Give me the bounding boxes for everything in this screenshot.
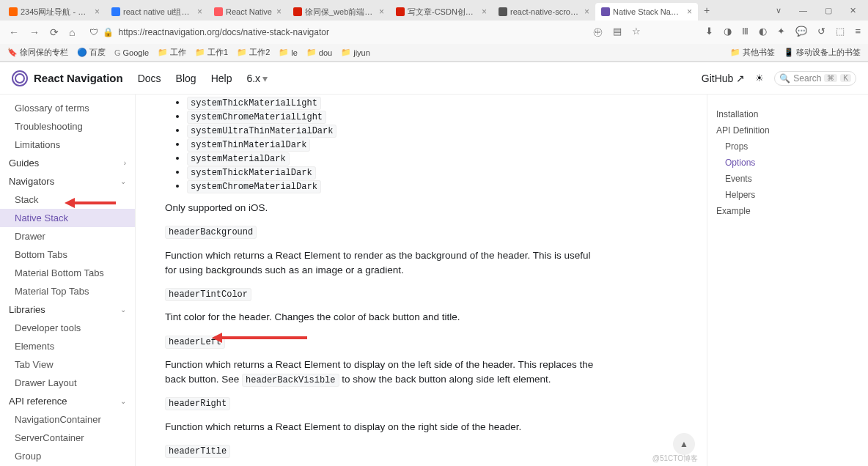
sidebar-item[interactable]: Glossary of terms <box>0 99 135 117</box>
reload-button[interactable]: ⟳ <box>48 26 60 38</box>
bookmark-item[interactable]: 📁jiyun <box>341 48 370 57</box>
close-window-button[interactable]: ✕ <box>841 6 865 15</box>
minimize-button[interactable]: — <box>790 6 816 15</box>
sidebar-guides[interactable]: Guides› <box>0 154 135 172</box>
home-button[interactable]: ⌂ <box>67 26 76 38</box>
tab-close-icon[interactable]: × <box>95 7 100 17</box>
browser-tab[interactable]: react native ui组件库_百度搜索× <box>106 3 208 21</box>
sidebar-item[interactable]: Developer tools <box>0 319 135 337</box>
sidebar-item[interactable]: Tab View <box>0 355 135 374</box>
nav-docs[interactable]: Docs <box>138 73 161 84</box>
tab-close-icon[interactable]: × <box>687 7 692 17</box>
sidebar-item-label: Libraries <box>9 304 45 315</box>
tab-close-icon[interactable]: × <box>482 7 487 17</box>
sidebar-item[interactable]: Group <box>0 447 135 465</box>
sidebar-item[interactable]: NavigationContainer <box>0 410 135 429</box>
browser-tab[interactable]: 徐同保_web前端_前端技术分享× <box>287 3 390 21</box>
library-icon[interactable]: Ⅲ <box>742 26 749 39</box>
tab-list-button[interactable]: ∨ <box>767 6 790 15</box>
logo-icon[interactable] <box>12 70 28 86</box>
tab-close-icon[interactable]: × <box>584 7 589 17</box>
browser-tab[interactable]: React Native× <box>208 3 287 21</box>
version-dropdown[interactable]: 6.x▾ <box>246 73 268 84</box>
sidebar-item[interactable]: Limitations <box>0 136 135 154</box>
toc-item[interactable]: Helpers <box>716 187 859 203</box>
bookmark-icon: G <box>114 48 121 57</box>
sidebar: Glossary of termsTroubleshootingLimitati… <box>0 95 136 466</box>
browser-tab[interactable]: 写文章-CSDN创作中心× <box>390 3 493 21</box>
bookmark-item[interactable]: 📁dou <box>306 48 332 57</box>
search-input[interactable]: 🔍 Search ⌘ K <box>774 71 856 86</box>
sidebar-item[interactable]: Troubleshooting <box>0 117 135 136</box>
ext3-icon[interactable]: 💬 <box>795 26 807 39</box>
back-button[interactable]: ← <box>7 26 21 38</box>
sidebar-navigators[interactable]: Navigators⌄ <box>0 172 135 191</box>
sidebar-item-label: NavigationContainer <box>15 414 101 425</box>
sidebar-item-stack[interactable]: Stack <box>0 191 135 209</box>
sidebar-item-label: API reference <box>9 396 67 407</box>
browser-tab[interactable]: 2345网址导航 - 开创中国百年品质× <box>3 3 106 21</box>
tab-close-icon[interactable]: × <box>379 7 384 17</box>
content-area: systemThickMaterialLightsystemChromeMate… <box>136 95 707 466</box>
headerLeft-desc: Function which returns a React Element t… <box>165 358 605 388</box>
toc-item[interactable]: Installation <box>716 106 859 122</box>
sidebar-libraries[interactable]: Libraries⌄ <box>0 300 135 319</box>
menu-icon[interactable]: ≡ <box>855 26 861 39</box>
sidebar-item-material-bottom-tabs[interactable]: Material Bottom Tabs <box>0 264 135 282</box>
tab-favicon <box>9 7 18 16</box>
browser-tab[interactable]: Native Stack Navigator | Rea× <box>595 3 698 21</box>
ext5-icon[interactable]: ⬚ <box>836 26 845 39</box>
list-item: systemUltraThinMaterialDark <box>187 125 605 136</box>
ext4-icon[interactable]: ↺ <box>817 26 825 39</box>
scroll-top-button[interactable]: ▲ <box>673 433 695 455</box>
theme-toggle[interactable]: ☀ <box>755 73 764 84</box>
translate-icon[interactable]: ㊥ <box>593 26 603 39</box>
sidebar-api[interactable]: API reference⌄ <box>0 392 135 410</box>
bookmark-item[interactable]: GGoogle <box>114 48 149 57</box>
toc-item[interactable]: Example <box>716 203 859 219</box>
ext2-icon[interactable]: ✦ <box>777 26 785 39</box>
ext1-icon[interactable]: ◐ <box>759 26 767 39</box>
bookmark-item[interactable]: 📁工作 <box>158 47 186 58</box>
chevron-right-icon: › <box>124 159 126 167</box>
bookmark-item[interactable]: 🔖徐同保的专栏 <box>7 47 68 58</box>
reader-icon[interactable]: ▤ <box>613 26 622 39</box>
sidebar-item[interactable]: Elements <box>0 337 135 355</box>
toc-item[interactable]: Events <box>716 171 859 187</box>
heading-headerTitle: headerTitle <box>165 445 230 458</box>
bookmark-item[interactable]: 📁其他书签 <box>730 47 775 58</box>
sidebar-item-label: Tab View <box>15 359 54 370</box>
material-code: systemChromeMaterialLight <box>187 111 326 124</box>
new-tab-button[interactable]: + <box>698 4 716 16</box>
maximize-button[interactable]: ▢ <box>816 6 841 15</box>
bookmark-item[interactable]: 📁工作2 <box>237 47 270 58</box>
bookmark-item[interactable]: 📁工作1 <box>195 47 228 58</box>
tab-close-icon[interactable]: × <box>276 7 282 17</box>
bookmark-item[interactable]: 📁le <box>279 48 298 57</box>
sidebar-item-bottom-tabs[interactable]: Bottom Tabs <box>0 245 135 264</box>
bookmark-label: 百度 <box>89 47 106 58</box>
brand-title[interactable]: React Navigation <box>34 72 123 84</box>
toc-item[interactable]: Options <box>716 155 859 171</box>
tab-close-icon[interactable]: × <box>197 7 202 17</box>
sidebar-item-drawer[interactable]: Drawer <box>0 227 135 245</box>
toc-item[interactable]: Props <box>716 138 859 155</box>
tab-bar: 2345网址导航 - 开创中国百年品质×react native ui组件库_百… <box>0 0 868 21</box>
account-icon[interactable]: ◑ <box>724 26 732 39</box>
url-box[interactable]: 🛡 🔒 https://reactnavigation.org/docs/nat… <box>84 23 334 41</box>
sidebar-item-material-top-tabs[interactable]: Material Top Tabs <box>0 282 135 300</box>
bookmark-item[interactable]: 📱移动设备上的书签 <box>784 47 861 58</box>
star-icon[interactable]: ☆ <box>632 26 641 39</box>
download-icon[interactable]: ⬇ <box>705 26 713 39</box>
toc-item[interactable]: API Definition <box>716 122 859 138</box>
sidebar-item[interactable]: Drawer Layout <box>0 374 135 392</box>
bookmark-item[interactable]: 🔵百度 <box>77 47 106 58</box>
sidebar-item[interactable]: ServerContainer <box>0 429 135 447</box>
nav-help[interactable]: Help <box>211 73 232 84</box>
browser-tab[interactable]: react-native-scrollable-tab-v× <box>493 3 595 21</box>
sidebar-item-label: Guides <box>9 158 39 169</box>
sidebar-item-native-stack[interactable]: Native Stack <box>0 209 135 227</box>
nav-blog[interactable]: Blog <box>176 73 196 84</box>
forward-button[interactable]: → <box>28 26 41 38</box>
github-link[interactable]: GitHub ↗ <box>702 73 745 84</box>
